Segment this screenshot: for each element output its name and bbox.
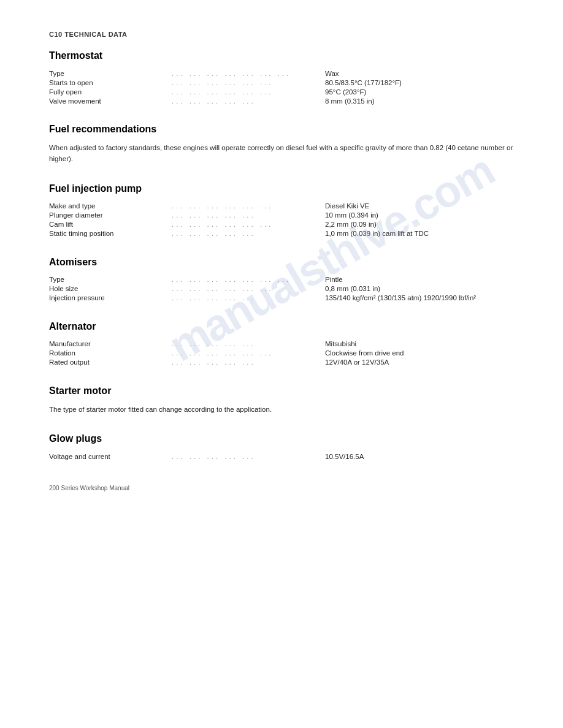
fuel-injection-pump-table: Make and type ... ... ... ... ... ... Di… — [49, 202, 514, 238]
spec-dots: ... ... ... ... ... ... — [172, 220, 325, 229]
spec-dots: ... ... ... ... ... ... ... — [172, 275, 325, 284]
spec-dots: ... ... ... ... ... — [172, 452, 325, 461]
table-row: Manufacturer ... ... ... ... ... Mitsubi… — [49, 339, 514, 349]
spec-dots: ... ... ... ... ... ... — [172, 202, 325, 211]
section-title-fuel-recommendations: Fuel recommendations — [49, 124, 514, 136]
spec-value: Clockwise from drive end — [325, 349, 514, 358]
thermostat-table: Type ... ... ... ... ... ... ... Wax Sta… — [49, 69, 514, 105]
spec-dots: ... ... ... ... ... — [172, 211, 325, 220]
section-title-thermostat: Thermostat — [49, 50, 514, 63]
table-row: Static timing position ... ... ... ... .… — [49, 229, 514, 238]
table-row: Voltage and current ... ... ... ... ... … — [49, 452, 514, 461]
spec-label: Type — [49, 69, 172, 78]
section-title-alternator: Alternator — [49, 321, 514, 333]
spec-value: 12V/40A or 12V/35A — [325, 358, 514, 367]
spec-label: Fully open — [49, 87, 172, 96]
spec-label: Rotation — [49, 349, 172, 358]
spec-value: 0,8 mm (0.031 in) — [325, 284, 514, 294]
spec-value: 8 mm (0.315 in) — [325, 96, 514, 105]
spec-label: Static timing position — [49, 229, 172, 238]
spec-label: Plunger diameter — [49, 211, 172, 220]
section-glow-plugs: Glow plugs Voltage and current ... ... .… — [49, 433, 514, 461]
spec-dots: ... ... ... ... ... ... — [172, 87, 325, 96]
spec-dots: ... ... ... ... ... — [172, 294, 325, 303]
spec-dots: ... ... ... ... ... ... ... — [172, 69, 325, 78]
spec-dots: ... ... ... ... ... ... — [172, 284, 325, 294]
spec-label: Cam lift — [49, 220, 172, 229]
section-fuel-injection-pump: Fuel injection pump Make and type ... ..… — [49, 183, 514, 238]
section-title-glow-plugs: Glow plugs — [49, 433, 514, 446]
spec-label: Voltage and current — [49, 452, 172, 461]
spec-value: 10 mm (0.394 in) — [325, 211, 514, 220]
spec-value: Wax — [325, 69, 514, 78]
spec-value: 135/140 kgf/cm² (130/135 atm) 1920/1990 … — [325, 294, 514, 303]
spec-value: 80.5/83.5°C (177/182°F) — [325, 78, 514, 87]
table-row: Rated output ... ... ... ... ... 12V/40A… — [49, 358, 514, 367]
spec-value: Pintle — [325, 275, 514, 284]
section-starter-motor: Starter motor The type of starter motor … — [49, 385, 514, 415]
spec-label: Hole size — [49, 284, 172, 294]
table-row: Hole size ... ... ... ... ... ... 0,8 mm… — [49, 284, 514, 294]
spec-label: Injection pressure — [49, 294, 172, 303]
section-alternator: Alternator Manufacturer ... ... ... ... … — [49, 321, 514, 367]
spec-value: 10.5V/16.5A — [325, 452, 514, 461]
spec-label: Starts to open — [49, 78, 172, 87]
spec-label: Make and type — [49, 202, 172, 211]
spec-value: Mitsubishi — [325, 339, 514, 349]
section-title-starter-motor: Starter motor — [49, 385, 514, 398]
table-row: Injection pressure ... ... ... ... ... 1… — [49, 294, 514, 303]
spec-value: 95°C (203°F) — [325, 87, 514, 96]
fuel-recommendations-text: When adjusted to factory standards, thes… — [49, 142, 514, 165]
spec-dots: ... ... ... ... ... ... — [172, 78, 325, 87]
spec-value: 2,2 mm (0.09 in) — [325, 220, 514, 229]
section-thermostat: Thermostat Type ... ... ... ... ... ... … — [49, 50, 514, 105]
table-row: Make and type ... ... ... ... ... ... Di… — [49, 202, 514, 211]
spec-dots: ... ... ... ... ... ... — [172, 349, 325, 358]
table-row: Rotation ... ... ... ... ... ... Clockwi… — [49, 349, 514, 358]
glow-plugs-table: Voltage and current ... ... ... ... ... … — [49, 452, 514, 461]
spec-dots: ... ... ... ... ... — [172, 339, 325, 349]
spec-value: 1,0 mm (0.039 in) cam lift at TDC — [325, 229, 514, 238]
table-row: Valve movement ... ... ... ... ... 8 mm … — [49, 96, 514, 105]
spec-label: Manufacturer — [49, 339, 172, 349]
alternator-table: Manufacturer ... ... ... ... ... Mitsubi… — [49, 339, 514, 367]
page-header: C10 TECHNICAL DATA — [49, 31, 514, 38]
spec-label: Valve movement — [49, 96, 172, 105]
table-row: Fully open ... ... ... ... ... ... 95°C … — [49, 87, 514, 96]
table-row: Plunger diameter ... ... ... ... ... 10 … — [49, 211, 514, 220]
table-row: Cam lift ... ... ... ... ... ... 2,2 mm … — [49, 220, 514, 229]
table-row: Type ... ... ... ... ... ... ... Pintle — [49, 275, 514, 284]
spec-dots: ... ... ... ... ... — [172, 229, 325, 238]
starter-motor-text: The type of starter motor fitted can cha… — [49, 404, 514, 415]
spec-label: Type — [49, 275, 172, 284]
section-atomisers: Atomisers Type ... ... ... ... ... ... .… — [49, 257, 514, 303]
spec-dots: ... ... ... ... ... — [172, 96, 325, 105]
spec-dots: ... ... ... ... ... — [172, 358, 325, 367]
atomisers-table: Type ... ... ... ... ... ... ... Pintle … — [49, 275, 514, 303]
section-fuel-recommendations: Fuel recommendations When adjusted to fa… — [49, 124, 514, 165]
section-title-atomisers: Atomisers — [49, 257, 514, 269]
table-row: Starts to open ... ... ... ... ... ... 8… — [49, 78, 514, 87]
page-container: manualsthive.com C10 TECHNICAL DATA Ther… — [0, 0, 563, 516]
page-footer: 200 Series Workshop Manual — [49, 485, 129, 491]
table-row: Type ... ... ... ... ... ... ... Wax — [49, 69, 514, 78]
section-title-fuel-injection-pump: Fuel injection pump — [49, 183, 514, 195]
spec-value: Diesel Kiki VE — [325, 202, 514, 211]
spec-label: Rated output — [49, 358, 172, 367]
